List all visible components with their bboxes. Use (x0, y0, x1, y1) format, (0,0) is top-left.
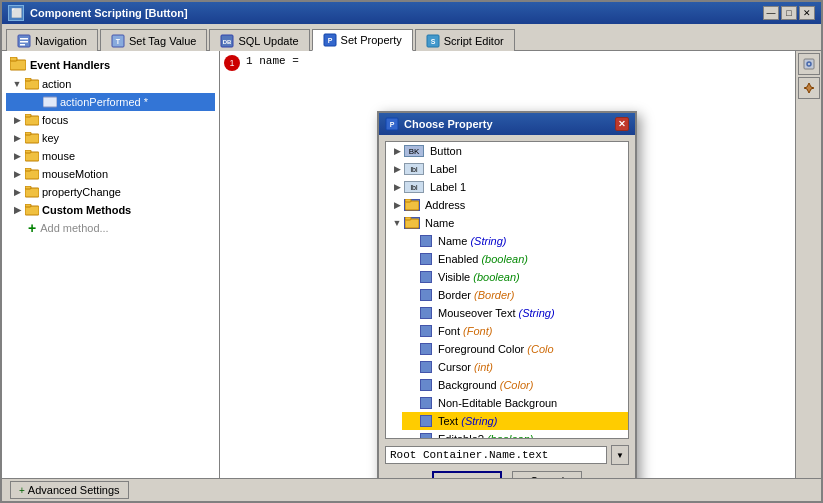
tabbar: Navigation T Set Tag Value DB SQL Update… (2, 24, 821, 51)
svg-rect-1 (20, 38, 28, 40)
prop-item-border[interactable]: Border (Border) (402, 286, 628, 304)
name-name-spacer (406, 234, 420, 248)
label-component-icon: lbl (404, 163, 424, 175)
label1-component-icon: lbl (404, 181, 424, 193)
svg-text:DB: DB (223, 39, 232, 45)
prop-item-mouseover[interactable]: Mouseover Text (String) (402, 304, 628, 322)
prop-button-label: Button (430, 145, 462, 157)
property-change-folder-icon (24, 184, 40, 200)
svg-rect-3 (20, 44, 25, 46)
fgcolor-spacer (406, 342, 420, 356)
tab-set-tag-value[interactable]: T Set Tag Value (100, 29, 207, 51)
svg-text:P: P (327, 37, 332, 44)
add-method-label: Add method... (40, 222, 109, 234)
maximize-button[interactable]: □ (781, 6, 797, 20)
set-property-icon: P (323, 33, 337, 47)
mouse-motion-label: mouseMotion (42, 168, 108, 180)
modal-body: ▶ BK Button ▶ lbl Label ▶ lbl Label (379, 135, 635, 478)
svg-text:T: T (116, 38, 121, 45)
tab-script-editor-label: Script Editor (444, 35, 504, 47)
name-folder-icon (404, 217, 420, 229)
focus-expand-icon: ▶ (10, 113, 24, 127)
advanced-settings-label: Advanced Settings (28, 484, 120, 496)
modal-ok-button[interactable]: OK (432, 471, 502, 478)
prop-font-label: Font (Font) (438, 325, 492, 337)
tab-navigation[interactable]: Navigation (6, 29, 98, 51)
prop-item-text[interactable]: Text (String) (402, 412, 628, 430)
modal-buttons: OK Cancel (385, 471, 629, 478)
add-method-icon: + (28, 220, 36, 236)
tab-set-tag-value-label: Set Tag Value (129, 35, 196, 47)
choose-property-modal: P Choose Property ✕ ▶ BK Button ▶ (377, 111, 637, 478)
text-spacer (406, 414, 420, 428)
prop-item-button[interactable]: ▶ BK Button (386, 142, 628, 160)
mouse-expand-icon: ▶ (10, 149, 24, 163)
advanced-settings-button[interactable]: + Advanced Settings (10, 481, 129, 499)
tab-sql-update[interactable]: DB SQL Update (209, 29, 309, 51)
svg-text:P: P (390, 121, 395, 128)
svg-rect-35 (405, 199, 411, 202)
prop-item-address[interactable]: ▶ Address (386, 196, 628, 214)
sql-update-icon: DB (220, 34, 234, 48)
advanced-settings-expand-icon: + (19, 485, 25, 496)
minimize-button[interactable]: — (763, 6, 779, 20)
modal-close-button[interactable]: ✕ (615, 117, 629, 131)
prop-background-type: (Color) (500, 379, 534, 391)
modal-cancel-button[interactable]: Cancel (512, 471, 582, 478)
set-tag-value-icon: T (111, 34, 125, 48)
tree-item-key[interactable]: ▶ key (6, 129, 215, 147)
prop-item-noneditable[interactable]: Non-Editable Backgroun (402, 394, 628, 412)
tree-item-property-change[interactable]: ▶ propertyChange (6, 183, 215, 201)
code-text-line1: 1 name = (246, 55, 299, 67)
svg-rect-16 (43, 97, 57, 107)
mouseover-icon (420, 307, 432, 319)
prop-item-label1[interactable]: ▶ lbl Label 1 (386, 178, 628, 196)
prop-item-font[interactable]: Font (Font) (402, 322, 628, 340)
window-title: Component Scripting [Button] (30, 7, 188, 19)
name-children: Name (String) Enabled (boolean) Visible … (386, 232, 628, 439)
prop-name-type: (String) (470, 235, 506, 247)
modal-path-input[interactable] (385, 446, 607, 464)
main-content: Event Handlers ▼ action actionPerformed … (2, 51, 821, 478)
titlebar-controls: — □ ✕ (763, 6, 815, 20)
breakpoint-indicator: 1 (224, 55, 240, 71)
tree-item-mouse[interactable]: ▶ mouse (6, 147, 215, 165)
prop-item-visible[interactable]: Visible (boolean) (402, 268, 628, 286)
visible-icon (420, 271, 432, 283)
visible-spacer (406, 270, 420, 284)
property-tree[interactable]: ▶ BK Button ▶ lbl Label ▶ lbl Label (385, 141, 629, 439)
prop-item-fgcolor[interactable]: Foreground Color (Colo (402, 340, 628, 358)
tree-item-action[interactable]: ▼ action (6, 75, 215, 93)
tree-item-add-method[interactable]: + Add method... (6, 219, 215, 237)
prop-item-enabled[interactable]: Enabled (boolean) (402, 250, 628, 268)
font-icon (420, 325, 432, 337)
modal-path-dropdown[interactable]: ▼ (611, 445, 629, 465)
prop-label-label: Label (430, 163, 457, 175)
background-icon (420, 379, 432, 391)
right-icon-panel (795, 51, 821, 478)
custom-methods-expand-icon: ▶ (10, 203, 24, 217)
tab-script-editor[interactable]: S Script Editor (415, 29, 515, 51)
prop-item-label[interactable]: ▶ lbl Label (386, 160, 628, 178)
key-label: key (42, 132, 59, 144)
pin-button[interactable] (798, 77, 820, 99)
modal-titlebar: P Choose Property ✕ (379, 113, 635, 135)
close-button[interactable]: ✕ (799, 6, 815, 20)
tab-set-property[interactable]: P Set Property (312, 29, 413, 51)
prop-item-background[interactable]: Background (Color) (402, 376, 628, 394)
svg-rect-37 (405, 217, 411, 220)
tree-item-custom-methods[interactable]: ▶ Custom Methods (6, 201, 215, 219)
border-icon (420, 289, 432, 301)
tools-button[interactable] (798, 53, 820, 75)
prop-item-cursor[interactable]: Cursor (int) (402, 358, 628, 376)
tab-sql-update-label: SQL Update (238, 35, 298, 47)
tab-navigation-label: Navigation (35, 35, 87, 47)
noneditable-spacer (406, 396, 420, 410)
mouse-folder-icon (24, 148, 40, 164)
tree-item-action-performed[interactable]: actionPerformed * (6, 93, 215, 111)
tree-item-mouse-motion[interactable]: ▶ mouseMotion (6, 165, 215, 183)
prop-item-editable[interactable]: Editable? (boolean) (402, 430, 628, 439)
prop-item-name-folder[interactable]: ▼ Name (386, 214, 628, 232)
tree-item-focus[interactable]: ▶ focus (6, 111, 215, 129)
prop-item-name-name[interactable]: Name (String) (402, 232, 628, 250)
